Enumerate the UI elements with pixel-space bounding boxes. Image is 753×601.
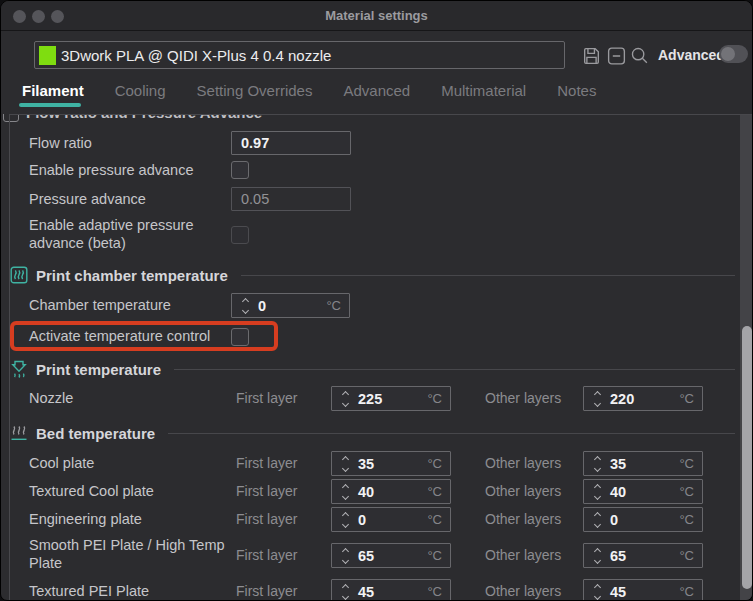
first-layer-label: First layer <box>236 543 297 568</box>
chamber-temperature-value: 0 <box>258 298 266 314</box>
filament-color-swatch[interactable] <box>39 46 56 65</box>
preset-name-text: 3Dwork PLA @ QIDI X-Plus 4 0.4 nozzle <box>61 47 331 64</box>
spinner-up-button[interactable] <box>341 455 348 462</box>
spinner <box>240 299 250 313</box>
spinner-down-button[interactable] <box>593 592 600 599</box>
spinner-down-button[interactable] <box>593 520 600 527</box>
flow-ratio-value: 0.97 <box>241 135 269 151</box>
tab-cooling[interactable]: Cooling <box>115 82 166 99</box>
tab-advanced[interactable]: Advanced <box>343 82 410 99</box>
nozzle-other-layers-value: 220 <box>610 391 634 407</box>
nozzle-first-layer-input[interactable]: 225 °C <box>331 386 451 411</box>
scrollbar-thumb[interactable] <box>742 326 752 589</box>
smooth-pei-plate-first-layer-input[interactable]: 65 °C <box>331 543 451 568</box>
spinner-down-button[interactable] <box>341 520 348 527</box>
engineering-plate-first-layer-input[interactable]: 0 °C <box>331 507 451 532</box>
unit-celsius: °C <box>679 512 694 527</box>
flow-section-title: Flow ratio and Pressure Advance <box>26 114 262 122</box>
temp-row-textured-cool-plate: Textured Cool plate First layer 40 °C Ot… <box>1 479 753 504</box>
pressure-advance-value: 0.05 <box>241 191 269 207</box>
textured-cool-plate-label: Textured Cool plate <box>29 479 154 504</box>
smooth-pei-plate-first-layer-value: 65 <box>358 548 374 564</box>
other-layers-label: Other layers <box>485 479 561 504</box>
other-layers-label: Other layers <box>485 451 561 476</box>
unit-celsius: °C <box>679 484 694 499</box>
adaptive-pressure-advance-checkbox[interactable] <box>231 226 249 244</box>
spinner-up-button[interactable] <box>241 297 248 304</box>
enable-pressure-advance-checkbox[interactable] <box>231 161 249 179</box>
save-preset-button[interactable] <box>581 45 602 66</box>
engineering-plate-other-layers-value: 0 <box>610 512 618 528</box>
filament-settings-panel: Flow ratio and Pressure Advance Flow rat… <box>1 114 753 601</box>
spinner-up-button[interactable] <box>593 455 600 462</box>
spinner-down-button[interactable] <box>593 464 600 471</box>
section-divider <box>174 369 735 370</box>
spinner-up-button[interactable] <box>341 583 348 590</box>
spinner-down-button[interactable] <box>341 492 348 499</box>
chamber-temperature-input[interactable]: 0 °C <box>231 293 350 318</box>
textured-pei-plate-other-layers-input[interactable]: 45 °C <box>583 579 703 601</box>
textured-cool-plate-first-layer-input[interactable]: 40 °C <box>331 479 451 504</box>
textured-pei-plate-first-layer-input[interactable]: 45 °C <box>331 579 451 601</box>
activate-temperature-control-label: Activate temperature control <box>29 322 210 350</box>
advanced-toggle[interactable] <box>719 45 748 63</box>
tab-filament[interactable]: Filament <box>22 82 84 99</box>
chamber-temperature-label: Chamber temperature <box>29 293 171 318</box>
cool-plate-other-layers-input[interactable]: 35 °C <box>583 451 703 476</box>
toggle-knob <box>721 47 735 61</box>
spinner-up-button[interactable] <box>341 547 348 554</box>
pressure-advance-input: 0.05 <box>231 187 351 211</box>
section-divider <box>168 433 735 434</box>
spinner <box>592 457 602 471</box>
search-icon <box>629 45 650 66</box>
spinner-up-button[interactable] <box>593 583 600 590</box>
unit-celsius: °C <box>427 391 442 406</box>
activate-temperature-control-checkbox[interactable] <box>231 328 249 346</box>
section-divider <box>241 275 735 276</box>
spinner-down-button[interactable] <box>241 306 248 313</box>
spinner-up-button[interactable] <box>593 547 600 554</box>
spinner-down-button[interactable] <box>341 556 348 563</box>
spinner-up-button[interactable] <box>341 511 348 518</box>
search-settings-button[interactable] <box>629 45 650 66</box>
temp-row-nozzle: Nozzle First layer 225 °C Other layers 2… <box>1 386 753 411</box>
section-header-chamber: Print chamber temperature <box>10 264 735 286</box>
tab-setting-overrides[interactable]: Setting Overrides <box>197 82 313 99</box>
spinner-up-button[interactable] <box>341 483 348 490</box>
unit-celsius: °C <box>679 548 694 563</box>
cool-plate-first-layer-input[interactable]: 35 °C <box>331 451 451 476</box>
spinner-down-button[interactable] <box>341 464 348 471</box>
nozzle-other-layers-input[interactable]: 220 °C <box>583 386 703 411</box>
preset-name-field[interactable]: 3Dwork PLA @ QIDI X-Plus 4 0.4 nozzle <box>34 41 565 69</box>
spinner-up-button[interactable] <box>341 390 348 397</box>
tab-multimaterial[interactable]: Multimaterial <box>441 82 526 99</box>
spinner-down-button[interactable] <box>593 492 600 499</box>
window-title: Material settings <box>1 1 752 31</box>
spinner-up-button[interactable] <box>593 511 600 518</box>
spinner-down-button[interactable] <box>593 399 600 406</box>
smooth-pei-plate-other-layers-input[interactable]: 65 °C <box>583 543 703 568</box>
flow-ratio-input[interactable]: 0.97 <box>231 131 351 155</box>
flow-ratio-label: Flow ratio <box>29 131 92 155</box>
engineering-plate-first-layer-value: 0 <box>358 512 366 528</box>
smooth-pei-plate-label: Smooth PEI Plate / High Temp Plate <box>29 537 234 572</box>
tab-notes[interactable]: Notes <box>557 82 596 99</box>
spinner-down-button[interactable] <box>593 556 600 563</box>
pressure-advance-label: Pressure advance <box>29 187 146 211</box>
temp-row-engineering-plate: Engineering plate First layer 0 °C Other… <box>1 507 753 532</box>
textured-cool-plate-other-layers-input[interactable]: 40 °C <box>583 479 703 504</box>
spinner-down-button[interactable] <box>341 399 348 406</box>
unit-celsius: °C <box>679 456 694 471</box>
engineering-plate-other-layers-input[interactable]: 0 °C <box>583 507 703 532</box>
bed-temperature-section-title: Bed temperature <box>36 425 155 442</box>
first-layer-label: First layer <box>236 507 297 532</box>
cool-plate-first-layer-value: 35 <box>358 456 374 472</box>
spinner-up-button[interactable] <box>593 483 600 490</box>
spinner-up-button[interactable] <box>593 390 600 397</box>
temp-row-textured-pei-plate: Textured PEI Plate First layer 45 °C Oth… <box>1 579 753 601</box>
delete-preset-button[interactable] <box>606 45 627 66</box>
advanced-mode-label: Advanced <box>658 47 725 63</box>
spinner-down-button[interactable] <box>341 592 348 599</box>
section-header-print-temperature: Print temperature <box>10 358 735 380</box>
chamber-section-title: Print chamber temperature <box>36 267 228 284</box>
